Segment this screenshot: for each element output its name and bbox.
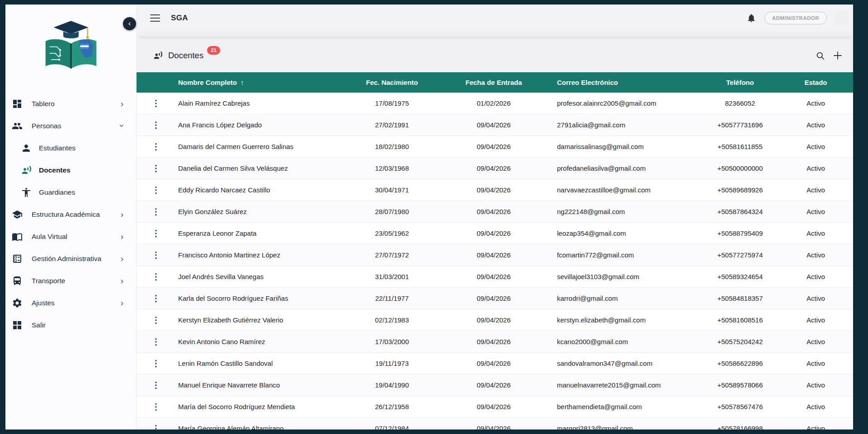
row-menu-icon[interactable] <box>148 184 164 196</box>
sidebar-item-label: Ajustes <box>32 299 55 307</box>
dashboard-icon <box>12 98 23 109</box>
app-window: { "window": { "app_title": "SGA", "role_… <box>0 0 868 434</box>
cell-name: Karla del Socorro Rodríguez Fariñas <box>175 294 335 302</box>
role-badge[interactable]: ADMINISTRADOR <box>764 12 827 24</box>
chevron-down-icon: › <box>118 124 126 127</box>
column-header-email[interactable]: Correo Electrónico <box>539 79 702 86</box>
sidebar-item-estructura-academica[interactable]: Estructura Académica › <box>5 203 136 225</box>
column-header-phone[interactable]: Teléfono <box>702 79 778 86</box>
cell-status: Activo <box>778 229 853 237</box>
logo-container <box>5 5 136 93</box>
cell-status: Activo <box>778 99 853 107</box>
row-menu-icon[interactable] <box>148 357 164 369</box>
sidebar-item-personas[interactable]: Personas › <box>5 115 136 137</box>
sidebar-collapse-button[interactable]: ‹ <box>123 17 136 30</box>
cell-birthdate: 23/05/1962 <box>335 229 448 237</box>
student-icon <box>21 143 32 154</box>
cell-phone: 82366052 <box>702 99 778 107</box>
sidebar-item-aula-virtual[interactable]: Aula Virtual › <box>5 225 136 247</box>
table-row: Karla del Socorro Rodríguez Fariñas 22/1… <box>137 288 853 309</box>
sidebar-item-estudiantes[interactable]: Estudiantes <box>5 137 136 159</box>
row-menu-icon[interactable] <box>148 401 164 413</box>
sidebar-item-tablero[interactable]: Tablero › <box>5 93 136 115</box>
table-row: María Georgina Alemán Altamirano 07/12/1… <box>137 418 853 429</box>
main-area: SGA ADMINISTRADOR Docentes 21 <box>137 5 853 429</box>
cell-phone: +50581608516 <box>702 316 778 324</box>
cell-phone: +50577275974 <box>702 251 778 259</box>
table-row: Damaris del Carmen Guerrero Salinas 18/0… <box>137 136 853 158</box>
sidebar-item-ajustes[interactable]: Ajustes › <box>5 292 136 314</box>
search-icon[interactable] <box>816 51 825 61</box>
cell-phone: +50589324654 <box>702 273 778 280</box>
menu-icon[interactable] <box>150 14 160 22</box>
row-menu-icon[interactable] <box>148 422 164 429</box>
cell-email: kcano2000@gmail.com <box>539 338 702 345</box>
cell-phone: +50586622896 <box>702 359 778 367</box>
table-row: Danelia del Carmen Silva Velásquez 12/03… <box>137 158 853 179</box>
horizontal-scrollbar[interactable] <box>138 36 851 39</box>
sidebar-item-guardianes[interactable]: Guardianes <box>5 181 136 203</box>
teachers-table: Nombre Completo ↑ Fec. Nacimiento Fecha … <box>137 72 853 429</box>
graduation-cap-icon <box>12 209 23 220</box>
section-actions <box>816 50 843 61</box>
cell-name: Ana Francis López Delgado <box>175 121 335 129</box>
cell-birthdate: 18/02/1980 <box>335 143 448 150</box>
add-icon[interactable] <box>832 50 843 61</box>
sort-asc-icon: ↑ <box>241 79 244 86</box>
row-menu-icon[interactable] <box>148 271 164 283</box>
column-header-name[interactable]: Nombre Completo ↑ <box>175 79 335 86</box>
row-menu-icon[interactable] <box>148 227 164 239</box>
row-menu-icon[interactable] <box>148 314 164 326</box>
row-menu-icon[interactable] <box>148 205 164 218</box>
chevron-right-icon: › <box>121 99 123 108</box>
cell-name: Elyin González Suárez <box>175 208 335 215</box>
cell-birthdate: 30/04/1971 <box>335 186 448 194</box>
chevron-right-icon: › <box>121 299 123 307</box>
gear-icon <box>12 298 23 308</box>
cell-birthdate: 28/07/1980 <box>335 208 448 215</box>
row-menu-icon[interactable] <box>148 379 164 391</box>
sidebar-item-transporte[interactable]: Transporte › <box>5 270 136 292</box>
row-menu-icon[interactable] <box>148 119 164 131</box>
table-row: Alain Ramírez Cabrejas 17/08/1975 01/02/… <box>137 93 853 114</box>
row-menu-icon[interactable] <box>148 97 164 109</box>
row-menu-icon[interactable] <box>148 336 164 348</box>
row-menu-icon[interactable] <box>148 292 164 304</box>
cell-birthdate: 27/02/1991 <box>335 121 448 129</box>
table-row: Kevin Antonio Cano Ramírez 17/03/2000 09… <box>137 331 853 353</box>
cell-entrydate: 09/04/2026 <box>448 425 539 429</box>
cell-email: ng222148@gmail.com <box>539 208 702 215</box>
cell-name: Kevin Antonio Cano Ramírez <box>175 338 335 345</box>
column-header-birthdate[interactable]: Fec. Nacimiento <box>335 79 448 86</box>
row-menu-icon[interactable] <box>148 140 164 153</box>
sidebar-item-docentes[interactable]: Docentes <box>5 159 136 181</box>
notifications-bell-icon[interactable] <box>746 13 756 23</box>
user-avatar[interactable] <box>834 10 849 26</box>
row-menu-icon[interactable] <box>148 162 164 174</box>
row-menu-icon[interactable] <box>148 249 164 261</box>
sidebar-item-salir[interactable]: Salir <box>5 314 136 336</box>
column-header-status[interactable]: Estado <box>778 79 853 86</box>
cell-entrydate: 09/04/2026 <box>448 229 539 237</box>
app-title: SGA <box>171 14 188 23</box>
sidebar-menu: Tablero › Personas › Estudiantes Docente… <box>5 93 136 336</box>
cell-entrydate: 09/04/2026 <box>448 251 539 259</box>
sidebar-item-label: Aula Virtual <box>32 233 67 241</box>
sidebar-item-label: Transporte <box>32 277 65 285</box>
cell-name: Esperanza Leonor Zapata <box>175 229 335 237</box>
teacher-icon <box>21 165 32 176</box>
cell-email: narvavaezcastilloe@gmail.com <box>539 186 702 194</box>
cell-birthdate: 02/12/1983 <box>335 316 448 324</box>
sidebar-item-gestion-administrativa[interactable]: Gestión Administrativa › <box>5 247 136 270</box>
column-header-entrydate[interactable]: Fecha de Entrada <box>448 79 539 86</box>
clipboard-icon <box>12 253 23 264</box>
cell-name: María Georgina Alemán Altamirano <box>175 425 335 429</box>
sidebar-item-label: Salir <box>32 321 46 329</box>
guardian-icon <box>21 187 32 198</box>
table-row: Manuel Enrique Navarrete Blanco 19/04/19… <box>137 374 853 396</box>
chevron-right-icon: › <box>121 232 123 241</box>
cell-entrydate: 09/04/2026 <box>448 294 539 302</box>
sidebar-item-label: Tablero <box>32 100 55 108</box>
cell-email: manuelnavarrete2015@gmail.com <box>539 381 702 389</box>
cell-status: Activo <box>778 208 853 215</box>
